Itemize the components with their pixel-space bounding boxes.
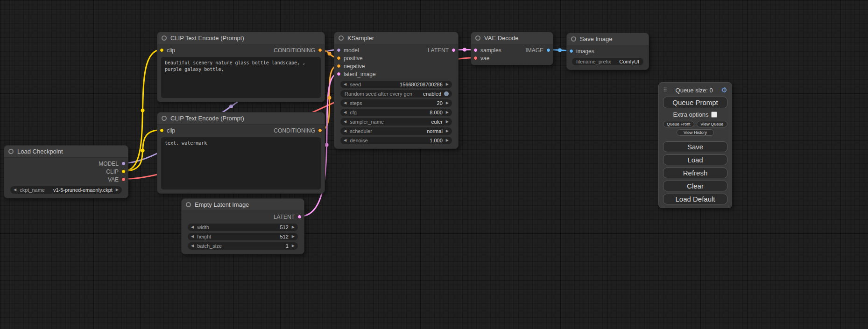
node-empty-latent-image[interactable]: Empty Latent Image LATENT ◀ width 512 ▶ … <box>181 198 304 254</box>
output-slot-clip[interactable]: CLIP <box>106 168 126 175</box>
negative-prompt-textarea[interactable]: text, watermark <box>161 137 321 189</box>
collapse-dot-icon[interactable] <box>186 202 191 207</box>
input-slot-images[interactable]: images <box>569 48 594 55</box>
output-slot-conditioning[interactable]: CONDITIONING <box>274 127 322 134</box>
increment-arrow-icon[interactable]: ▶ <box>292 224 295 231</box>
input-slot-clip[interactable]: clip <box>160 47 175 54</box>
cfg-widget[interactable]: ◀ cfg 8.000 ▶ <box>340 109 452 116</box>
control-after-generate-widget[interactable]: Random seed after every gen enabled <box>340 90 452 98</box>
node-clip-text-encode-positive[interactable]: CLIP Text Encode (Prompt) clip CONDITION… <box>157 32 325 102</box>
input-slot-positive[interactable]: positive <box>337 55 363 62</box>
model-port-icon[interactable] <box>337 48 341 52</box>
node-title-bar[interactable]: CLIP Text Encode (Prompt) <box>157 32 325 44</box>
increment-arrow-icon[interactable]: ▶ <box>446 99 449 107</box>
conditioning-port-icon[interactable] <box>337 64 341 68</box>
output-slot-latent[interactable]: LATENT <box>428 47 456 54</box>
clip-port-icon[interactable] <box>160 128 164 133</box>
output-slot-conditioning[interactable]: CONDITIONING <box>274 47 322 54</box>
conditioning-port-icon[interactable] <box>337 56 341 60</box>
collapse-dot-icon[interactable] <box>571 36 576 42</box>
queue-menu-panel[interactable]: ⠿ Queue size: 0 ⚙ Queue Prompt Extra opt… <box>658 82 732 208</box>
queue-prompt-button[interactable]: Queue Prompt <box>663 97 727 108</box>
queue-front-button[interactable]: Queue Front <box>663 121 694 127</box>
increment-arrow-icon[interactable]: ▶ <box>292 242 295 250</box>
latent-port-icon[interactable] <box>452 48 456 52</box>
collapse-dot-icon[interactable] <box>339 35 344 41</box>
node-vae-decode[interactable]: VAE Decode samples IMAGE vae <box>471 32 553 65</box>
node-title-bar[interactable]: CLIP Text Encode (Prompt) <box>157 112 325 125</box>
drag-handle-icon[interactable]: ⠿ <box>663 87 667 93</box>
output-slot-latent[interactable]: LATENT <box>274 214 302 220</box>
increment-arrow-icon[interactable]: ▶ <box>446 137 449 144</box>
conditioning-port-icon[interactable] <box>318 48 322 52</box>
vae-port-icon[interactable] <box>121 177 126 182</box>
latent-port-icon[interactable] <box>337 72 341 76</box>
node-title-bar[interactable]: VAE Decode <box>471 32 553 44</box>
collapse-dot-icon[interactable] <box>162 116 167 121</box>
input-slot-clip[interactable]: clip <box>160 127 175 134</box>
decrement-arrow-icon[interactable]: ◀ <box>344 137 346 144</box>
output-slot-vae[interactable]: VAE <box>108 176 126 183</box>
latent-port-icon[interactable] <box>297 215 302 219</box>
batch-size-widget[interactable]: ◀ batch_size 1 ▶ <box>188 242 298 250</box>
decrement-arrow-icon[interactable]: ◀ <box>14 186 16 194</box>
input-slot-samples[interactable]: samples <box>473 47 501 54</box>
positive-prompt-textarea[interactable]: beautiful scenery nature glass bottle la… <box>161 57 321 98</box>
view-queue-button[interactable]: View Queue <box>697 121 728 127</box>
denoise-widget[interactable]: ◀ denoise 1.000 ▶ <box>340 137 452 144</box>
model-port-icon[interactable] <box>121 161 126 166</box>
input-slot-negative[interactable]: negative <box>337 63 365 70</box>
toggle-knob-icon[interactable] <box>444 91 449 96</box>
refresh-button[interactable]: Refresh <box>663 168 727 178</box>
node-title-bar[interactable]: KSampler <box>334 32 458 44</box>
decrement-arrow-icon[interactable]: ◀ <box>191 224 194 231</box>
load-default-button[interactable]: Load Default <box>663 194 727 204</box>
height-widget[interactable]: ◀ height 512 ▶ <box>188 233 298 240</box>
node-clip-text-encode-negative[interactable]: CLIP Text Encode (Prompt) clip CONDITION… <box>157 112 325 194</box>
decrement-arrow-icon[interactable]: ◀ <box>344 81 346 88</box>
increment-arrow-icon[interactable]: ▶ <box>446 118 449 126</box>
latent-port-icon[interactable] <box>473 48 478 52</box>
increment-arrow-icon[interactable]: ▶ <box>446 81 449 88</box>
clear-button[interactable]: Clear <box>663 181 727 191</box>
conditioning-port-icon[interactable] <box>318 128 322 133</box>
node-save-image[interactable]: Save Image images filename_prefix ComfyU… <box>566 33 649 70</box>
image-port-icon[interactable] <box>569 49 573 53</box>
decrement-arrow-icon[interactable]: ◀ <box>344 109 346 116</box>
scheduler-widget[interactable]: ◀ scheduler normal ▶ <box>340 127 452 135</box>
decrement-arrow-icon[interactable]: ◀ <box>344 99 346 107</box>
ckpt-name-widget[interactable]: ◀ ckpt_name v1-5-pruned-emaonly.ckpt ▶ <box>10 186 122 194</box>
extra-options-checkbox[interactable] <box>711 112 717 118</box>
output-slot-model[interactable]: MODEL <box>99 161 126 167</box>
increment-arrow-icon[interactable]: ▶ <box>116 186 119 194</box>
collapse-dot-icon[interactable] <box>162 35 167 41</box>
decrement-arrow-icon[interactable]: ◀ <box>191 233 194 240</box>
node-load-checkpoint[interactable]: Load Checkpoint MODEL CLIP VAE ◀ ckpt_na… <box>4 145 128 198</box>
output-slot-image[interactable]: IMAGE <box>525 47 550 54</box>
view-history-button[interactable]: View History <box>677 129 714 136</box>
node-title-bar[interactable]: Save Image <box>567 33 649 45</box>
collapse-dot-icon[interactable] <box>8 149 14 154</box>
decrement-arrow-icon[interactable]: ◀ <box>344 127 346 135</box>
increment-arrow-icon[interactable]: ▶ <box>446 127 449 135</box>
sampler-name-widget[interactable]: ◀ sampler_name euler ▶ <box>340 118 452 126</box>
node-ksampler[interactable]: KSampler model LATENT positive negative <box>334 32 459 149</box>
clip-port-icon[interactable] <box>160 48 164 52</box>
settings-gear-icon[interactable]: ⚙ <box>721 86 727 94</box>
decrement-arrow-icon[interactable]: ◀ <box>344 118 346 126</box>
decrement-arrow-icon[interactable]: ◀ <box>191 242 194 250</box>
load-button[interactable]: Load <box>663 154 727 165</box>
node-title-bar[interactable]: Load Checkpoint <box>4 146 128 158</box>
seed-widget[interactable]: ◀ seed 156680208700286 ▶ <box>340 81 452 88</box>
node-title-bar[interactable]: Empty Latent Image <box>182 199 304 211</box>
width-widget[interactable]: ◀ width 512 ▶ <box>188 224 298 231</box>
clip-port-icon[interactable] <box>121 169 126 174</box>
collapse-dot-icon[interactable] <box>475 35 480 41</box>
input-slot-latent-image[interactable]: latent_image <box>337 71 376 77</box>
increment-arrow-icon[interactable]: ▶ <box>292 233 295 240</box>
image-port-icon[interactable] <box>546 48 550 52</box>
increment-arrow-icon[interactable]: ▶ <box>446 109 449 116</box>
input-slot-vae[interactable]: vae <box>473 55 489 62</box>
vae-port-icon[interactable] <box>473 56 478 60</box>
filename-prefix-widget[interactable]: filename_prefix ComfyUI <box>572 58 643 65</box>
